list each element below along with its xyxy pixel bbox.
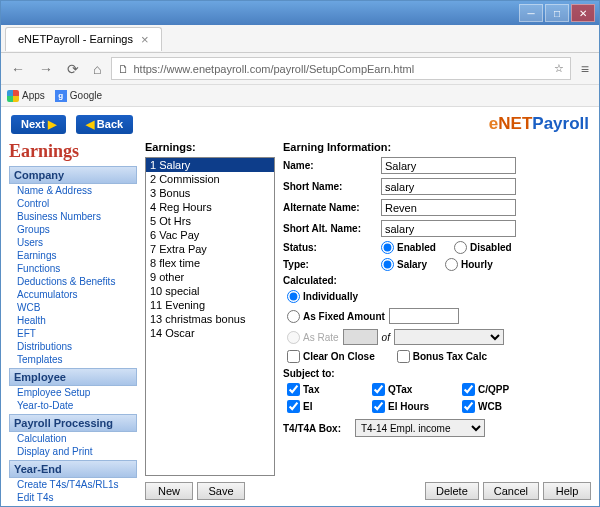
menu-item[interactable]: Display and Print (9, 445, 137, 458)
alt-name-input[interactable] (381, 199, 516, 216)
status-disabled-radio[interactable]: Disabled (454, 241, 512, 254)
list-item[interactable]: 3 Bonus (146, 186, 274, 200)
minimize-button[interactable]: ─ (519, 4, 543, 22)
sidebar: Earnings CompanyName & AddressControlBus… (9, 141, 137, 500)
bonus-tax-check[interactable]: Bonus Tax Calc (397, 350, 487, 363)
bookmarks-bar: Apps g Google (1, 85, 599, 107)
new-button[interactable]: New (145, 482, 193, 500)
back-arrow-icon: ◀ (86, 118, 94, 131)
list-item[interactable]: 2 Commission (146, 172, 274, 186)
rate-input (343, 329, 378, 345)
menu-item[interactable]: Calculation (9, 432, 137, 445)
type-hourly-radio[interactable]: Hourly (445, 258, 493, 271)
menu-item[interactable]: Templates (9, 353, 137, 366)
menu-item[interactable]: Employee Setup (9, 386, 137, 399)
list-item[interactable]: 10 special (146, 284, 274, 298)
earning-form: Earning Information: Name: Short Name: A… (283, 141, 591, 500)
forward-icon[interactable]: → (35, 59, 57, 79)
subject-wcb-check[interactable]: WCB (462, 400, 547, 413)
address-bar: ← → ⟳ ⌂ 🗋 https://www.enetpayroll.com/pa… (1, 53, 599, 85)
calc-rate-radio[interactable]: As Rate (287, 331, 339, 344)
google-icon: g (55, 90, 67, 102)
name-input[interactable] (381, 157, 516, 174)
menu-item[interactable]: Year-to-Date (9, 399, 137, 412)
apps-icon (7, 90, 19, 102)
menu-item[interactable]: Create T4s/T4As/RL1s (9, 478, 137, 491)
browser-tab-bar: eNETPayroll - Earnings × (1, 25, 599, 53)
bookmark-star-icon[interactable]: ☆ (554, 62, 564, 75)
menu-item[interactable]: Name & Address (9, 184, 137, 197)
back-icon[interactable]: ← (7, 59, 29, 79)
menu-item[interactable]: Groups (9, 223, 137, 236)
subject-ei-check[interactable]: EI (287, 400, 372, 413)
page-icon: 🗋 (118, 63, 129, 75)
menu-item[interactable]: EFT (9, 327, 137, 340)
list-item[interactable]: 11 Evening (146, 298, 274, 312)
menu-item[interactable]: Control (9, 197, 137, 210)
menu-header-employee[interactable]: Employee (9, 368, 137, 386)
menu-item[interactable]: WCB (9, 301, 137, 314)
subject-cqpp-check[interactable]: C/QPP (462, 383, 547, 396)
list-item[interactable]: 9 other (146, 270, 274, 284)
fixed-amount-input[interactable] (389, 308, 459, 324)
list-item[interactable]: 4 Reg Hours (146, 200, 274, 214)
list-item[interactable]: 7 Extra Pay (146, 242, 274, 256)
clear-on-close-check[interactable]: Clear On Close (287, 350, 375, 363)
next-button[interactable]: Next▶ (11, 115, 66, 134)
menu-header-year-end[interactable]: Year-End (9, 460, 137, 478)
next-arrow-icon: ▶ (48, 118, 56, 131)
tab-close-icon[interactable]: × (141, 32, 149, 47)
back-button[interactable]: ◀Back (76, 115, 133, 134)
url-field[interactable]: 🗋 https://www.enetpayroll.com/payroll/Se… (111, 57, 570, 80)
menu-item[interactable]: Business Numbers (9, 210, 137, 223)
calc-fixed-radio[interactable]: As Fixed Amount (287, 310, 385, 323)
list-item[interactable]: 6 Vac Pay (146, 228, 274, 242)
list-item[interactable]: 1 Salary (146, 158, 274, 172)
browser-tab[interactable]: eNETPayroll - Earnings × (5, 27, 162, 51)
home-icon[interactable]: ⌂ (89, 59, 105, 79)
earnings-listbox[interactable]: 1 Salary2 Commission3 Bonus4 Reg Hours5 … (145, 157, 275, 476)
subject-qtax-check[interactable]: QTax (372, 383, 462, 396)
subject-ei-hours-check[interactable]: EI Hours (372, 400, 462, 413)
reload-icon[interactable]: ⟳ (63, 59, 83, 79)
window-titlebar: ─ □ ✕ (1, 1, 599, 25)
cancel-button[interactable]: Cancel (483, 482, 539, 500)
short-name-input[interactable] (381, 178, 516, 195)
page-header: Next▶ ◀Back eNETPayroll (1, 107, 599, 141)
type-label: Type: (283, 259, 381, 270)
form-title: Earning Information: (283, 141, 591, 153)
maximize-button[interactable]: □ (545, 4, 569, 22)
menu-item[interactable]: Edit T4s (9, 491, 137, 504)
subject-tax-check[interactable]: Tax (287, 383, 372, 396)
short-alt-input[interactable] (381, 220, 516, 237)
menu-item[interactable]: Health (9, 314, 137, 327)
close-window-button[interactable]: ✕ (571, 4, 595, 22)
type-salary-radio[interactable]: Salary (381, 258, 427, 271)
list-item[interactable]: 8 flex time (146, 256, 274, 270)
apps-bookmark[interactable]: Apps (7, 90, 45, 102)
rate-of-select[interactable] (394, 329, 504, 345)
short-name-label: Short Name: (283, 181, 381, 192)
list-item[interactable]: 13 christmas bonus (146, 312, 274, 326)
menu-header-company[interactable]: Company (9, 166, 137, 184)
t4-box-select[interactable]: T4-14 Empl. income (355, 419, 485, 437)
menu-item[interactable]: Earnings (9, 249, 137, 262)
subject-to-label: Subject to: (283, 368, 381, 379)
menu-item[interactable]: Deductions & Benefits (9, 275, 137, 288)
save-button[interactable]: Save (197, 482, 245, 500)
url-text: https://www.enetpayroll.com/payroll/Setu… (133, 63, 414, 75)
status-enabled-radio[interactable]: Enabled (381, 241, 436, 254)
alt-name-label: Alternate Name: (283, 202, 381, 213)
menu-item[interactable]: Users (9, 236, 137, 249)
calc-individually-radio[interactable]: Individually (287, 290, 358, 303)
help-button[interactable]: Help (543, 482, 591, 500)
menu-item[interactable]: Functions (9, 262, 137, 275)
google-bookmark[interactable]: g Google (55, 90, 102, 102)
menu-item[interactable]: Accumulators (9, 288, 137, 301)
menu-header-payroll-processing[interactable]: Payroll Processing (9, 414, 137, 432)
menu-icon[interactable]: ≡ (577, 59, 593, 79)
delete-button[interactable]: Delete (425, 482, 479, 500)
list-item[interactable]: 5 Ot Hrs (146, 214, 274, 228)
menu-item[interactable]: Distributions (9, 340, 137, 353)
list-item[interactable]: 14 Oscar (146, 326, 274, 340)
